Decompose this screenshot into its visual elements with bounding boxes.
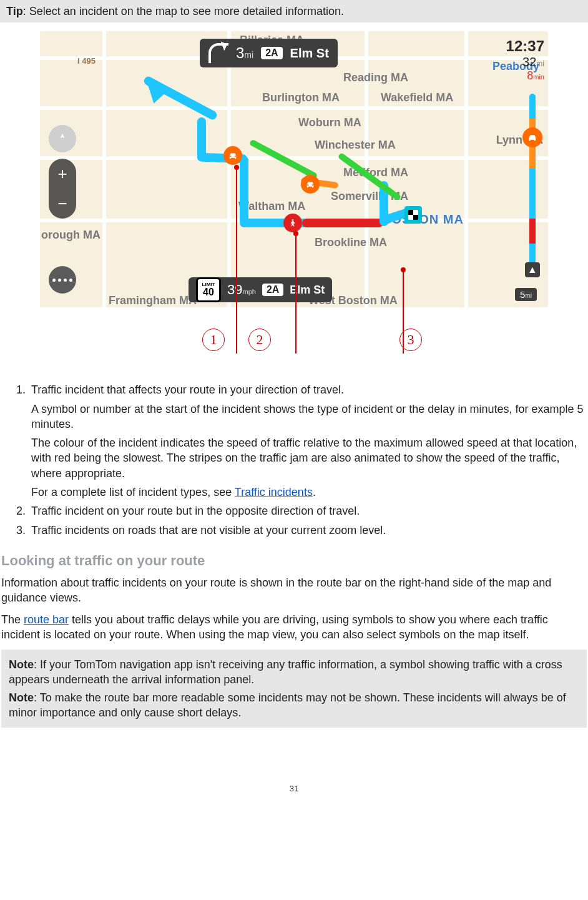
list-item-title: Traffic incident that affects your route… [31,383,344,396]
callout-label-1: 1 [202,329,225,351]
town-label: orough MA [41,229,100,242]
current-speed-unit: mph [242,288,255,295]
map-figure: Billerica MA Reading MA Burlington MA Wa… [40,31,548,307]
tip-label: Tip [6,5,23,17]
town-label: Reading MA [343,71,408,84]
town-label: Framingham MA [109,294,197,307]
arrival-panel[interactable]: 12:37 32mi 8min [488,37,544,82]
route-bar-remaining: 5mi [515,288,537,301]
route-bar[interactable]: ▲ [529,94,536,275]
road-ref-badge: 2A [261,47,282,59]
destination-flag-icon[interactable] [404,206,422,224]
arrival-time: 12:37 [488,37,544,55]
speed-limit-sign: LIMIT 40 [196,277,221,302]
town-label: Waltham MA [238,200,305,213]
note-text: : If your TomTom navigation app isn't re… [9,658,562,686]
note-text: : To make the route bar more readable so… [9,691,566,719]
list-item-paragraph: The colour of the incident indicates the… [31,435,587,481]
list-item-paragraph: A symbol or number at the start of the i… [31,402,587,432]
note-label: Note [9,658,34,671]
body-paragraph: The route bar tells you about traffic de… [1,612,587,643]
speed-panel[interactable]: LIMIT 40 39mph 2A Elm St [189,277,332,302]
instruction-distance: 3 [236,44,244,61]
current-speed: 39 [227,282,242,297]
town-label: Burlington MA [262,91,340,104]
callout-label-3: 3 [399,329,422,351]
route-bar-chevron-icon: ▲ [525,262,540,277]
traffic-delay-unit: min [533,73,544,81]
next-instruction-panel[interactable]: 3mi 2A Elm St [200,39,338,67]
speed-limit-value: 40 [203,287,214,297]
town-label: Winchester MA [315,139,396,152]
list-item: Traffic incident that affects your route… [29,382,587,500]
highway-shield: I 495 [77,56,96,66]
remaining-distance-unit: mi [536,59,544,68]
list-item: Traffic incidents on roads that are not … [29,523,587,538]
dots-icon [52,279,72,282]
worker-icon [288,218,298,228]
section-heading: Looking at traffic on your route [1,553,587,569]
note-box: Note: If your TomTom navigation app isn'… [1,650,587,728]
route-bar-link[interactable]: route bar [24,613,69,626]
zoom-out-button[interactable]: − [57,194,67,214]
instruction-road-name: Elm St [290,46,329,61]
body-paragraph: Information about traffic incidents on y… [1,575,587,606]
note-label: Note [9,691,34,704]
zoom-control: + − [49,159,76,219]
car-icon [527,132,538,143]
callout-legend-list: Traffic incident that affects your route… [1,382,587,538]
list-item-paragraph: For a complete list of incident types, s… [31,485,587,500]
zoom-in-button[interactable]: + [57,164,67,184]
callout-label-2: 2 [248,329,271,351]
map-background[interactable]: Billerica MA Reading MA Burlington MA Wa… [40,31,548,307]
list-item: Traffic incident on your route but in th… [29,503,587,518]
turn-left-icon [208,43,228,63]
town-label: Brookline MA [315,236,387,249]
car-icon [305,179,316,190]
instruction-distance-unit: mi [244,50,253,60]
tip-text: : Select an incident on the map to see m… [23,5,344,17]
town-label: Woburn MA [298,116,361,129]
remaining-distance: 32 [522,55,536,69]
town-label: Wakefield MA [381,91,453,104]
compass-arrow-icon [56,132,69,145]
view-switch-button[interactable] [49,125,76,152]
main-menu-button[interactable] [49,266,76,294]
traffic-incident-icon[interactable] [301,175,320,194]
road-ref-badge: 2A [262,284,283,296]
roadworks-incident-icon[interactable] [283,214,302,232]
traffic-delay: 8 [527,69,533,82]
traffic-incidents-link[interactable]: Traffic incidents [235,486,313,498]
car-icon [227,150,238,161]
page-number: 31 [0,784,588,793]
tip-box: Tip: Select an incident on the map to se… [0,0,588,22]
